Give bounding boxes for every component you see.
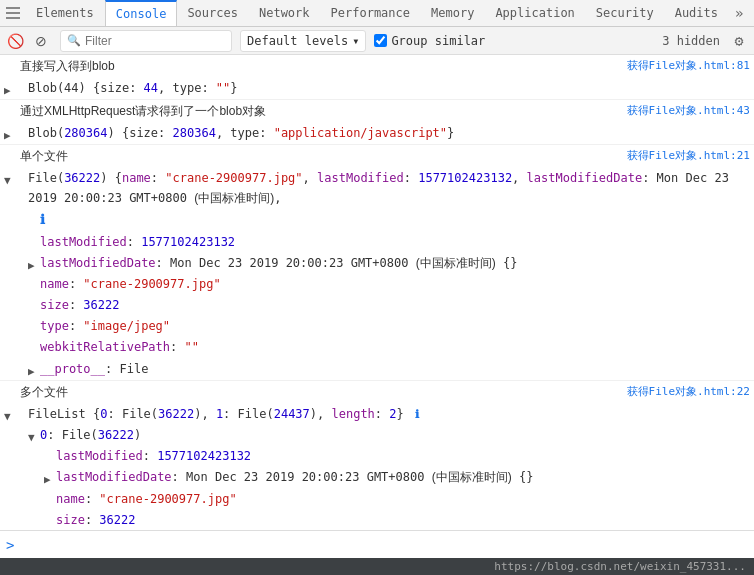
entry-4-file0-header: ▼ 0: File(36222) [0,425,754,446]
console-entry-2: 通过XMLHttpRequest请求得到了一个blob对象 获得File对象.h… [0,100,754,145]
entry-2-label: 通过XMLHttpRequest请求得到了一个blob对象 [20,103,266,120]
tab-performance[interactable]: Performance [321,0,421,27]
tab-bar: Elements Console Sources Network Perform… [0,0,754,27]
entry-1-source[interactable]: 获得File对象.html:81 [619,58,750,73]
tab-memory[interactable]: Memory [421,0,485,27]
entry-2-header: 通过XMLHttpRequest请求得到了一个blob对象 获得File对象.h… [0,100,754,123]
filter-container: 🔍 [60,30,232,52]
group-similar-checkbox[interactable] [374,34,387,47]
more-tabs-button[interactable]: » [729,5,749,21]
entry-3-type: type: "image/jpeg" [0,316,754,337]
entry-3-lastModifiedDate: ▶ lastModifiedDate: Mon Dec 23 2019 20:0… [0,253,754,274]
entry-4-filelist-root: ▼ FileList {0: File(36222), 1: File(2443… [0,404,754,425]
entry-3-source[interactable]: 获得File对象.html:21 [619,148,750,163]
expand-icon-1[interactable]: ▶ [4,82,11,100]
devtools-logo [4,4,22,22]
entry-2-child-0: ▶ Blob(280364) {size: 280364, type: "app… [0,123,754,144]
tab-audits[interactable]: Audits [665,0,729,27]
filelist-info-icon: ℹ [415,408,419,421]
console-prompt-icon: > [6,537,14,553]
entry-1-header: 直接写入得到blob 获得File对象.html:81 [0,55,754,78]
expand-icon-4-root[interactable]: ▼ [4,408,11,426]
tab-application[interactable]: Application [485,0,585,27]
info-icon: ℹ [40,212,45,227]
entry-4-file0-lastmod: lastModified: 1577102423132 [0,446,754,467]
console-input-bar: > [0,530,754,558]
entry-3-lastModified: lastModified: 1577102423132 [0,232,754,253]
expand-icon-3-date[interactable]: ▶ [28,257,35,275]
hidden-count: 3 hidden [662,34,720,48]
entry-4-label: 多个文件 [20,384,68,401]
entry-3-proto: ▶ __proto__: File [0,359,754,380]
entry-4-file0-name: name: "crane-2900977.jpg" [0,489,754,510]
entry-4-file0-size: size: 36222 [0,510,754,530]
entry-3-label: 单个文件 [20,148,68,165]
filter-input[interactable] [85,34,225,48]
console-entry-1: 直接写入得到blob 获得File对象.html:81 ▶ Blob(44) {… [0,55,754,100]
expand-icon-2[interactable]: ▶ [4,127,11,145]
entry-1-child-0: ▶ Blob(44) {size: 44, type: ""} [0,78,754,99]
entry-3-webkit: webkitRelativePath: "" [0,337,754,358]
group-similar-label: Group similar [374,34,485,48]
toolbar: 🚫 ⊘ 🔍 Default levels ▾ Group similar 3 h… [0,27,754,55]
console-input[interactable] [20,538,748,552]
chevron-down-icon: ▾ [352,34,359,48]
tab-network[interactable]: Network [249,0,321,27]
group-similar-text: Group similar [391,34,485,48]
clear-console-button[interactable]: 🚫 [4,30,26,52]
expand-icon-3-root[interactable]: ▼ [4,172,11,190]
entry-1-label: 直接写入得到blob [20,58,115,75]
tab-security[interactable]: Security [586,0,665,27]
entry-4-file0-lastmoddate: ▶ lastModifiedDate: Mon Dec 23 2019 20:0… [0,467,754,488]
entry-3-header: 单个文件 获得File对象.html:21 [0,145,754,168]
expand-icon-3-proto[interactable]: ▶ [28,363,35,381]
tab-elements[interactable]: Elements [26,0,105,27]
console-entry-4: 多个文件 获得File对象.html:22 ▼ FileList {0: Fil… [0,381,754,530]
entry-4-header: 多个文件 获得File对象.html:22 [0,381,754,404]
console-entry-3: 单个文件 获得File对象.html:21 ▼ File(36222) {nam… [0,145,754,380]
entry-3-size: size: 36222 [0,295,754,316]
console-output: 直接写入得到blob 获得File对象.html:81 ▶ Blob(44) {… [0,55,754,530]
entry-2-source[interactable]: 获得File对象.html:43 [619,103,750,118]
entry-3-info: ℹ [0,209,754,232]
expand-icon-4-file0-date[interactable]: ▶ [44,471,51,489]
tab-sources[interactable]: Sources [177,0,249,27]
entry-3-file-root: ▼ File(36222) {name: "crane-2900977.jpg"… [0,168,754,208]
filter-icon: 🔍 [67,34,81,47]
expand-icon-4-file0[interactable]: ▼ [28,429,35,447]
entry-4-source[interactable]: 获得File对象.html:22 [619,384,750,399]
settings-gear-button[interactable]: ⚙ [728,30,750,52]
tab-console[interactable]: Console [105,0,178,27]
stop-button[interactable]: ⊘ [30,30,52,52]
log-level-label: Default levels [247,34,348,48]
log-level-select[interactable]: Default levels ▾ [240,30,366,52]
url-bar: https://blog.csdn.net/weixin_457331... [0,558,754,575]
entry-3-name: name: "crane-2900977.jpg" [0,274,754,295]
